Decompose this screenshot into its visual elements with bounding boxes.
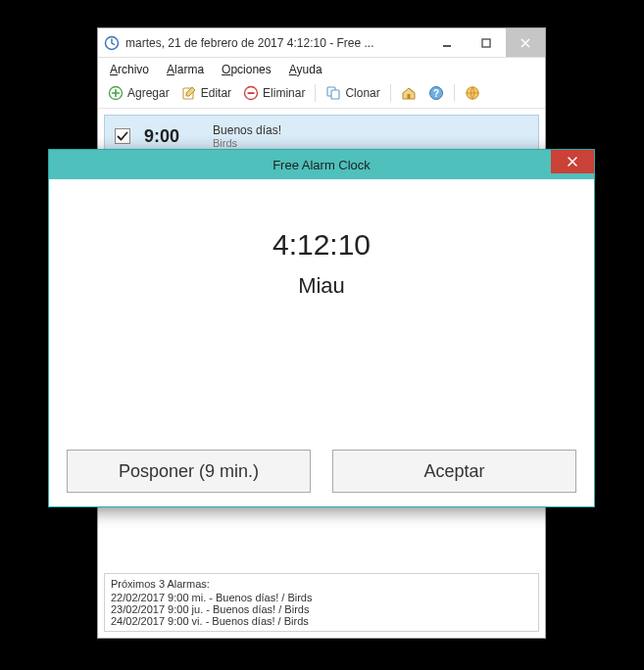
- plus-icon: [108, 85, 124, 101]
- next-alarms-header: Próximos 3 Alarmas:: [111, 578, 532, 590]
- titlebar: martes, 21 de febrero de 2017 4:12:10 - …: [98, 28, 545, 58]
- svg-rect-2: [482, 39, 490, 47]
- snooze-button[interactable]: Posponer (9 min.): [67, 450, 311, 493]
- alarm-dialog: Free Alarm Clock 4:12:10 Miau Posponer (…: [48, 149, 595, 507]
- toolbar-help-button[interactable]: ?: [424, 83, 448, 103]
- toolbar-home-button[interactable]: [397, 83, 421, 103]
- toolbar: Agregar Editar Eliminar Clonar: [98, 80, 545, 109]
- home-icon: [401, 85, 417, 101]
- delete-icon: [243, 85, 259, 101]
- toolbar-edit-label: Editar: [201, 86, 231, 100]
- dialog-time: 4:12:10: [272, 228, 371, 262]
- alarm-time: 9:00: [144, 126, 179, 147]
- toolbar-globe-button[interactable]: [461, 83, 484, 103]
- svg-rect-9: [407, 94, 410, 99]
- svg-text:?: ?: [433, 88, 439, 99]
- menu-alarm[interactable]: Alarma: [159, 60, 212, 80]
- toolbar-delete-button[interactable]: Eliminar: [239, 83, 309, 103]
- clone-icon: [325, 85, 341, 101]
- help-icon: ?: [428, 85, 444, 101]
- dialog-body: 4:12:10 Miau Posponer (9 min.) Aceptar: [49, 179, 594, 506]
- accept-button[interactable]: Aceptar: [332, 450, 576, 493]
- alarm-title: Buenos días!: [213, 123, 281, 137]
- edit-icon: [181, 85, 197, 101]
- toolbar-separator: [454, 84, 455, 102]
- next-alarm-row: 23/02/2017 9:00 ju. - Buenos días! / Bir…: [111, 603, 532, 615]
- window-title: martes, 21 de febrero de 2017 4:12:10 - …: [125, 36, 427, 50]
- alarm-labels: Buenos días! Birds: [213, 123, 281, 149]
- toolbar-clone-button[interactable]: Clonar: [322, 83, 383, 103]
- dialog-close-button[interactable]: [551, 150, 594, 173]
- toolbar-separator: [315, 84, 316, 102]
- close-button[interactable]: [506, 28, 545, 57]
- menu-options[interactable]: Opciones: [214, 60, 279, 80]
- svg-rect-1: [443, 45, 451, 47]
- toolbar-delete-label: Eliminar: [263, 86, 305, 100]
- toolbar-edit-button[interactable]: Editar: [177, 83, 235, 103]
- globe-icon: [465, 85, 480, 101]
- toolbar-add-label: Agregar: [127, 86, 170, 100]
- window-buttons: [427, 28, 545, 57]
- next-alarm-row: 22/02/2017 9:00 mi. - Buenos días! / Bir…: [111, 592, 532, 603]
- alarm-enabled-checkbox[interactable]: [115, 128, 130, 144]
- app-clock-icon: [104, 35, 120, 51]
- menu-help[interactable]: Ayuda: [281, 60, 330, 80]
- toolbar-clone-label: Clonar: [345, 86, 379, 100]
- next-alarm-row: 24/02/2017 9:00 vi. - Buenos días! / Bir…: [111, 615, 532, 627]
- alarm-sound: Birds: [213, 137, 281, 149]
- dialog-button-row: Posponer (9 min.) Aceptar: [67, 450, 576, 493]
- toolbar-separator: [390, 84, 391, 102]
- next-alarms-panel: Próximos 3 Alarmas: 22/02/2017 9:00 mi. …: [104, 573, 539, 632]
- dialog-titlebar: Free Alarm Clock: [49, 150, 594, 179]
- maximize-button[interactable]: [467, 28, 506, 57]
- dialog-message: Miau: [298, 273, 345, 299]
- svg-rect-6: [248, 92, 255, 94]
- toolbar-add-button[interactable]: Agregar: [104, 83, 173, 103]
- svg-rect-8: [331, 90, 339, 99]
- minimize-button[interactable]: [427, 28, 467, 57]
- menubar: Archivo Alarma Opciones Ayuda: [98, 58, 545, 80]
- menu-file[interactable]: Archivo: [102, 60, 157, 80]
- dialog-title: Free Alarm Clock: [272, 158, 371, 172]
